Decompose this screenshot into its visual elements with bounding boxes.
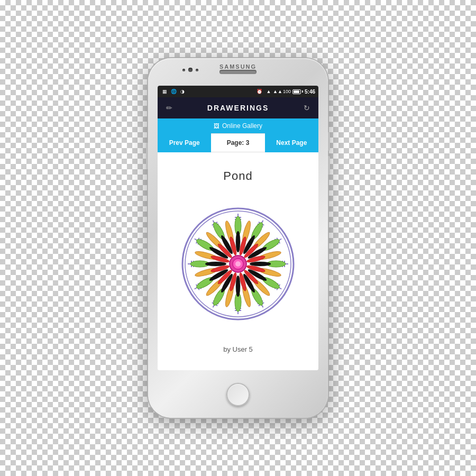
phone-speaker (219, 70, 257, 74)
wifi-icon: ▲ (265, 88, 272, 95)
volume-down-button[interactable] (328, 156, 330, 175)
svg-point-71 (205, 262, 226, 266)
battery-level: 100 (283, 89, 291, 94)
pagination-bar: Prev Page Page: 3 Next Page (158, 133, 318, 152)
android-icon: ◑ (179, 88, 186, 95)
sensor-dot2 (196, 69, 198, 71)
svg-point-68 (236, 276, 240, 297)
app-title: DRAWERINGS (176, 104, 300, 112)
gallery-tab-label: Online Gallery (222, 122, 262, 130)
svg-point-88 (235, 261, 241, 267)
gallery-tab[interactable]: 🖼 Online Gallery (158, 118, 318, 133)
prev-page-button[interactable]: Prev Page (158, 133, 211, 152)
content-area: Pond (158, 152, 318, 370)
camera-lens (188, 68, 193, 72)
phone-camera-area (182, 68, 198, 72)
status-time: 5:46 (305, 89, 315, 95)
mandala-drawing[interactable] (180, 206, 296, 322)
svg-point-65 (250, 262, 271, 266)
signal-icon: ▲▲ (274, 88, 281, 95)
svg-point-62 (236, 231, 240, 252)
volume-button[interactable] (146, 143, 148, 169)
battery-indicator (292, 89, 303, 94)
refresh-icon[interactable]: ↻ (300, 104, 313, 112)
edit-icon[interactable]: ✏ (163, 104, 176, 112)
status-right-icons: ⏰ ▲ ▲▲ 100 5:46 (256, 88, 315, 95)
alarm-icon: ⏰ (256, 88, 263, 95)
current-page-indicator: Page: 3 (211, 133, 264, 152)
status-bar: ▦ 🌐 ◑ ⏰ ▲ ▲▲ 100 5:46 (158, 86, 318, 97)
status-left-icons: ▦ 🌐 ◑ (161, 88, 186, 95)
sensor-dot (182, 69, 185, 71)
phone-device: SAMSUNG ▦ 🌐 ◑ ⏰ ▲ ▲▲ 100 (148, 58, 328, 418)
screenshot-icon: ▦ (161, 88, 168, 95)
power-button[interactable] (328, 132, 330, 151)
phone-screen: ▦ 🌐 ◑ ⏰ ▲ ▲▲ 100 5:46 ✏ DRAWER (158, 86, 318, 370)
gallery-icon: 🖼 (214, 123, 219, 129)
drawing-author: by User 5 (223, 345, 253, 353)
world-icon: 🌐 (170, 88, 177, 95)
app-toolbar: ✏ DRAWERINGS ↻ (158, 97, 318, 118)
brand-logo: SAMSUNG (219, 63, 257, 70)
next-page-button[interactable]: Next Page (265, 133, 318, 152)
drawing-title: Pond (223, 169, 252, 183)
home-button[interactable] (226, 383, 250, 406)
